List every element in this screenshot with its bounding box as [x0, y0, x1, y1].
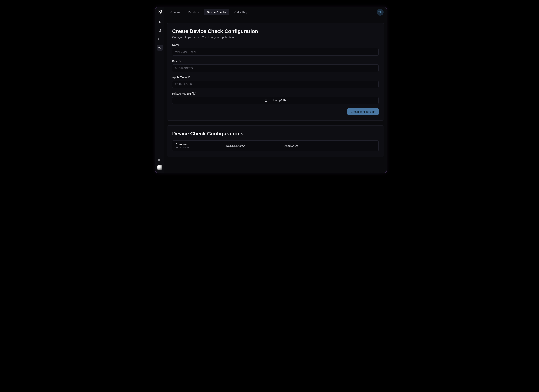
configurations-card: Device Check Configurations Comonad 2NXN…	[167, 125, 384, 157]
svg-point-3	[160, 12, 161, 13]
svg-rect-7	[159, 159, 161, 161]
name-input[interactable]	[172, 48, 379, 56]
card-subtitle: Configure Apple Device Check for your ap…	[172, 35, 379, 39]
upload-p8-button[interactable]: Upload p8 file	[172, 97, 379, 104]
sidebar-settings-icon[interactable]	[157, 45, 163, 51]
tab-device-checks[interactable]: Device Checks	[204, 9, 229, 15]
keyid-input[interactable]	[172, 64, 379, 72]
app-logo-icon	[157, 9, 163, 15]
kebab-icon	[369, 144, 372, 147]
row-menu-button[interactable]	[368, 143, 374, 149]
teamid-label: Apple Team ID	[172, 76, 379, 79]
content: Create Device Check Configuration Config…	[164, 17, 387, 173]
user-avatar[interactable]: TU	[377, 9, 384, 16]
config-sub: 2NXNLJVY86	[176, 146, 223, 149]
upload-icon	[264, 99, 268, 102]
svg-point-4	[159, 11, 160, 12]
workspace-avatar-icon[interactable]	[157, 165, 162, 170]
tab-general[interactable]: General	[167, 9, 183, 15]
svg-point-1	[160, 11, 161, 11]
config-keyid: DGDDDDU952	[226, 144, 281, 147]
svg-point-0	[159, 11, 159, 11]
svg-point-2	[159, 12, 159, 13]
sidebar-page-icon[interactable]	[157, 27, 163, 33]
svg-point-8	[371, 145, 371, 145]
config-row: Comonad 2NXNLJVY86 DGDDDDU952 25/01/2025	[172, 140, 379, 151]
config-date: 25/01/2025	[284, 144, 365, 147]
create-configuration-button[interactable]: Create configuration	[347, 108, 379, 115]
svg-rect-5	[159, 38, 161, 40]
config-name: Comonad	[176, 143, 223, 146]
card-title: Create Device Check Configuration	[172, 28, 379, 34]
teamid-input[interactable]	[172, 81, 379, 88]
tabs: General Members Device Checks Partial Ke…	[167, 9, 252, 15]
svg-point-10	[371, 147, 371, 147]
keyid-label: Key ID	[172, 60, 379, 63]
tab-members[interactable]: Members	[185, 9, 202, 15]
main-area: General Members Device Checks Partial Ke…	[164, 7, 387, 173]
name-label: Name	[172, 44, 379, 47]
app-window: General Members Device Checks Partial Ke…	[155, 7, 387, 173]
tab-partial-keys[interactable]: Partial Keys	[231, 9, 252, 15]
sidebar	[155, 7, 164, 173]
list-title: Device Check Configurations	[172, 131, 379, 137]
svg-point-9	[371, 146, 371, 146]
sidebar-analytics-icon[interactable]	[157, 19, 163, 24]
topbar: General Members Device Checks Partial Ke…	[164, 7, 387, 17]
create-config-card: Create Device Check Configuration Config…	[167, 23, 384, 121]
sidebar-briefcase-icon[interactable]	[157, 36, 163, 42]
upload-label: Upload p8 file	[270, 99, 286, 102]
privatekey-label: Private Key (p8 file)	[172, 92, 379, 95]
svg-point-6	[159, 47, 160, 48]
sidebar-collapse-icon[interactable]	[157, 157, 163, 163]
